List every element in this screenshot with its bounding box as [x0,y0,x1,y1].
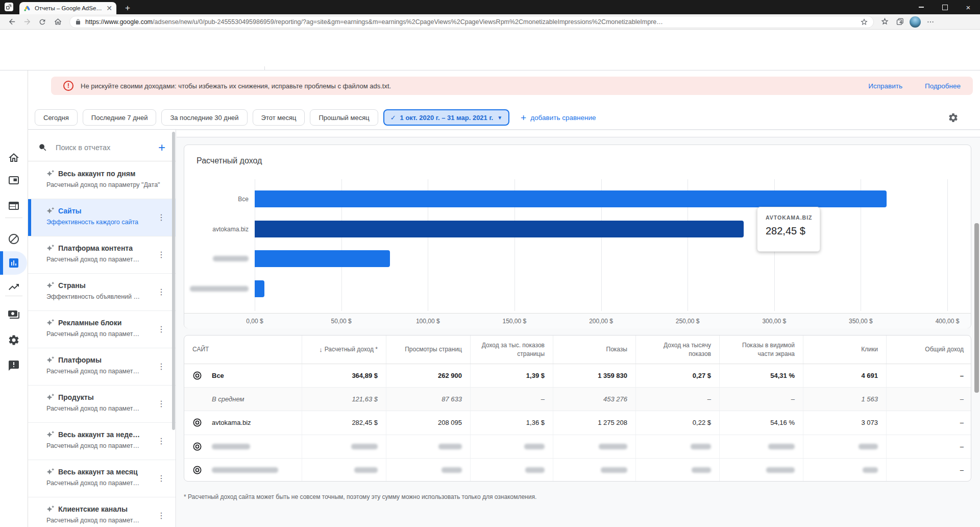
earnings-chart-card: Расчетный доход Всеavtokama.biz 0,00 $50… [184,145,971,328]
add-comparison-button[interactable]: +добавить сравнение [518,112,599,123]
report-subtitle: Расчетный доход по парамет… [46,480,161,487]
kebab-menu-icon[interactable]: ⋮ [157,473,165,483]
site-name: avtokama.biz [212,419,251,426]
chart-bar[interactable] [255,280,264,297]
kebab-menu-icon[interactable]: ⋮ [157,287,165,297]
visibility-icon[interactable] [192,441,203,451]
column-header[interactable]: Показы [553,336,635,364]
tab-close-icon[interactable]: ✕ [106,5,112,12]
chart-bar[interactable] [255,250,390,267]
learn-more-link[interactable]: Подробнее [925,82,961,90]
visibility-icon[interactable] [192,371,203,381]
sidebar-item[interactable]: Платформа контентаРасчетный доход по пар… [28,236,176,274]
site-cell: avtokama.biz [184,411,302,434]
metric-cell [803,435,886,458]
more-icon[interactable] [923,15,938,29]
date-range-chip-selected[interactable]: ✓1 окт. 2020 г. – 31 мар. 2021 г.▼ [383,109,509,126]
date-chip[interactable]: Последние 7 дней [83,109,157,126]
column-header[interactable]: САЙТ [184,336,302,364]
add-favorite-icon[interactable] [860,18,868,26]
chart-bar[interactable] [255,221,744,237]
column-header[interactable]: Доход за тыс. показов страницы [470,336,553,364]
profile-avatar[interactable] [908,15,923,29]
metric-cell: 1 275 208 [553,411,635,434]
visibility-icon[interactable] [192,465,203,475]
lock-icon [75,19,81,25]
sidebar-item[interactable]: Весь аккаунт за месяцРасчетный доход по … [28,460,176,497]
report-subtitle: Расчетный доход по парамет… [46,405,161,412]
close-icon[interactable]: × [957,0,980,14]
kebab-menu-icon[interactable]: ⋮ [157,250,165,259]
sidebar-item[interactable]: Клиентские каналыРасчетный доход по пара… [28,497,176,527]
sidebar-item[interactable]: ПлатформыРасчетный доход по парамет…⋮ [28,348,176,386]
column-header[interactable]: Просмотры страниц [386,336,470,364]
sidebar-item[interactable]: ПродуктыРасчетный доход по парамет…⋮ [28,386,176,423]
new-tab-button[interactable]: + [122,3,133,13]
kebab-menu-icon[interactable]: ⋮ [157,362,165,371]
column-header-label: Показы [606,345,627,353]
fix-link[interactable]: Исправить [868,82,902,90]
column-header[interactable]: Клики [803,336,886,364]
chart-bar[interactable] [255,190,887,207]
sidebar-item[interactable]: Рекламные блокиРасчетный доход по параме… [28,311,176,348]
screen: Отчеты – Google AdSense ✕ + × https://ww… [0,0,980,527]
kebab-menu-icon[interactable]: ⋮ [157,511,165,520]
column-header[interactable]: Показы в видимой части экрана [719,336,803,364]
rail-ads-icon[interactable] [8,174,20,186]
favorites-icon[interactable] [877,15,892,29]
date-chip[interactable]: За последние 30 дней [161,109,247,126]
rail-optimization-icon[interactable] [8,281,20,293]
refresh-icon[interactable] [35,15,50,29]
metric-cell [386,459,470,482]
sidebar-item[interactable]: СтраныЭффективность объявлений …⋮ [28,274,176,311]
kebab-menu-icon[interactable]: ⋮ [157,436,165,446]
sidebar-item[interactable]: СайтыЭффективность каждого сайта⋮ [28,199,176,236]
sidebar-item[interactable]: Весь аккаунт за неде…Расчетный доход по … [28,423,176,460]
sidebar-scrollbar[interactable] [172,132,175,430]
rail-blocking-controls-icon[interactable] [8,233,20,245]
rail-sites-icon[interactable] [8,200,20,212]
date-chip[interactable]: Сегодня [35,109,78,126]
sparkle-icon [46,207,55,215]
chart-tooltip: AVTOKAMA.BIZ 282,45 $ [757,207,820,252]
url-bar[interactable]: https://www.google.com/adsense/new/u/0/p… [69,16,874,28]
redacted-value [859,444,878,449]
browser-tab[interactable]: Отчеты – Google AdSense ✕ [19,2,116,14]
rail-home-icon[interactable] [8,152,20,164]
forward-icon[interactable] [19,15,35,29]
page-scrollbar[interactable] [974,223,979,393]
metric-cell: 3 073 [803,411,886,434]
sidebar-item[interactable]: Весь аккаунт по днямРасчетный доход по п… [28,162,176,199]
metric-cell: – [886,459,971,482]
visibility-icon[interactable] [192,418,203,428]
search-input[interactable] [55,143,158,152]
column-header[interactable]: Доход на тысячу показов [635,336,719,364]
report-settings-gear-icon[interactable] [948,112,959,123]
report-title-row: Сайты [46,207,176,215]
date-chip[interactable]: Прошлый месяц [310,109,378,126]
back-icon[interactable] [4,15,19,29]
kebab-menu-icon[interactable]: ⋮ [157,324,165,334]
metric-cell: 121,63 $ [302,388,386,411]
column-header[interactable]: ↓Расчетный доход * [302,336,386,364]
report-title: Страны [58,281,86,290]
minimize-icon[interactable] [910,0,933,14]
add-report-button[interactable]: + [158,141,165,154]
maximize-icon[interactable] [933,0,957,14]
column-header-label: Клики [861,345,878,353]
table-row: Все364,89 $262 9001,39 $1 359 8300,27 $5… [184,364,971,388]
report-subtitle: Расчетный доход по парамет… [46,368,161,375]
column-header[interactable]: Общий доход [886,336,971,364]
rail-reports-icon[interactable] [8,257,20,269]
date-chip[interactable]: Этот месяц [253,109,305,126]
workspace-icon[interactable] [5,3,13,11]
kebab-menu-icon[interactable]: ⋮ [157,212,165,222]
rail-settings-icon[interactable] [8,334,20,346]
column-header-label: Доход за тыс. показов страницы [479,341,545,357]
report-title: Рекламные блоки [58,319,121,327]
kebab-menu-icon[interactable]: ⋮ [157,399,165,409]
home-icon[interactable] [50,15,65,29]
rail-feedback-icon[interactable] [8,360,20,372]
rail-payments-icon[interactable] [8,308,20,321]
collections-icon[interactable] [892,15,908,29]
